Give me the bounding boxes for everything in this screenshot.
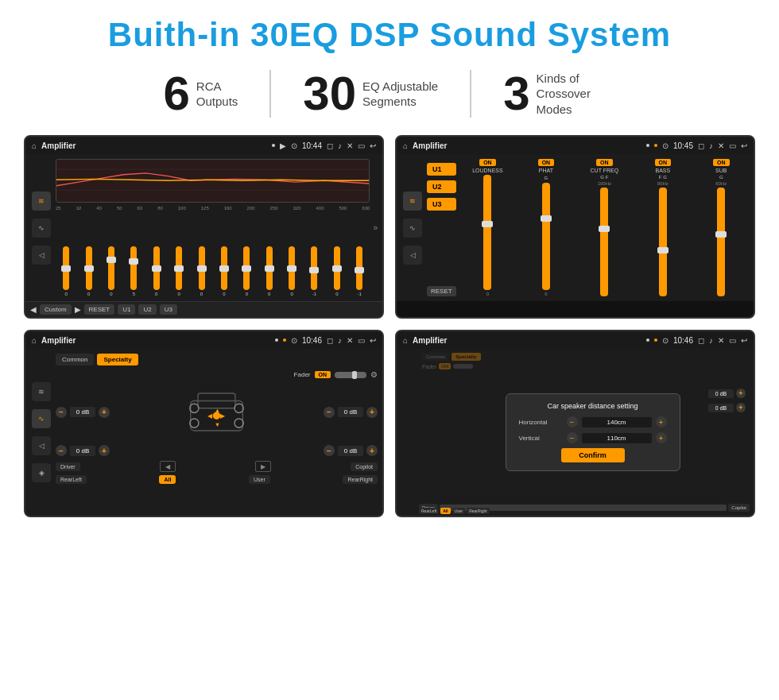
expand-icon[interactable]: » [373, 159, 378, 296]
driver-btn[interactable]: Driver [56, 462, 80, 471]
home-icon[interactable]: ⌂ [32, 141, 37, 150]
tab-common[interactable]: Common [56, 354, 94, 365]
horizontal-plus[interactable]: + [656, 416, 667, 427]
next-icon-btn[interactable]: ▶ [75, 305, 81, 314]
prev-icon-btn[interactable]: ◀ [30, 305, 37, 314]
eq-slider-4: 5 [123, 246, 144, 296]
status-dot2 [646, 144, 649, 147]
fader-main-area: Common Specialty Fader ON ⚙ [56, 354, 378, 511]
plus-right-2[interactable]: + [736, 403, 746, 412]
eq-icon-btn-2[interactable]: ≋ [403, 191, 422, 211]
arrow-right[interactable]: ▶ [255, 461, 271, 472]
rect-icon-3[interactable]: ▭ [358, 336, 365, 345]
back-icon-4[interactable]: ↩ [741, 336, 747, 345]
plus-btn-2[interactable]: + [366, 407, 378, 418]
dialog-all-btn[interactable]: All [440, 508, 450, 514]
dialog-user-btn[interactable]: User [452, 508, 466, 514]
cam-icon-3[interactable]: ◻ [327, 336, 333, 345]
dialog-rearright-btn[interactable]: RearRight [467, 508, 490, 514]
x-icon-4[interactable]: ✕ [718, 336, 724, 345]
plus-btn-1[interactable]: + [99, 407, 110, 418]
all-btn[interactable]: All [159, 475, 176, 484]
home-icon-4[interactable]: ⌂ [403, 336, 408, 345]
vertical-plus[interactable]: + [656, 432, 667, 443]
sub-on[interactable]: ON [713, 159, 730, 166]
back-icon[interactable]: ↩ [370, 141, 376, 150]
fader-on-badge[interactable]: ON [315, 371, 331, 378]
wave-btn[interactable]: ∿ [32, 219, 51, 238]
crossover-body: ≋ ∿ ◁ U1 U2 U3 RESET [397, 154, 754, 301]
cam-icon-2[interactable]: ◻ [698, 141, 704, 150]
u1-btn[interactable]: U1 [427, 163, 456, 176]
back-icon-2[interactable]: ↩ [741, 141, 747, 150]
vertical-minus[interactable]: − [567, 432, 578, 443]
db-display-2: 0 dB [338, 407, 363, 417]
stat-text-eq: EQ Adjustable Segments [362, 79, 438, 110]
eq-icon-btn[interactable]: ≋ [32, 191, 51, 211]
phat-on[interactable]: ON [538, 159, 555, 166]
settings-icon[interactable]: ⚙ [370, 370, 378, 379]
rect-icon-4[interactable]: ▭ [729, 336, 736, 345]
x-icon-2[interactable]: ✕ [718, 141, 724, 150]
svg-text:▶: ▶ [220, 412, 226, 420]
crossover-sidebar: ≋ ∿ ◁ [401, 159, 424, 296]
plus-btn-4[interactable]: + [366, 445, 378, 456]
rearleft-btn[interactable]: RearLeft [56, 475, 87, 484]
vol-btn-3[interactable]: ◁ [32, 436, 51, 455]
sub-slider[interactable] [717, 188, 725, 296]
stat-eq: 30 EQ Adjustable Segments [271, 70, 471, 118]
arrow-left[interactable]: ◀ [160, 461, 176, 472]
vol-btn-2[interactable]: ◁ [403, 246, 422, 265]
cam-icon-4[interactable]: ◻ [698, 336, 704, 345]
user-btn[interactable]: User [249, 475, 270, 484]
u3-btn-eq[interactable]: U3 [160, 304, 177, 315]
rect-icon[interactable]: ▭ [358, 141, 365, 150]
copilot-btn[interactable]: Copilot [351, 462, 378, 471]
wave-btn-3[interactable]: ∿ [32, 409, 51, 428]
reset-btn[interactable]: RESET [84, 304, 115, 315]
vol-icon[interactable]: ♪ [338, 141, 342, 150]
plus-right-1[interactable]: + [736, 389, 746, 398]
cutfreq-slider[interactable] [600, 188, 608, 296]
confirm-button[interactable]: Confirm [561, 448, 625, 462]
vol-icon-4[interactable]: ♪ [709, 336, 713, 345]
vol-btn[interactable]: ◁ [32, 246, 51, 265]
bass-slider[interactable] [659, 188, 667, 296]
minus-btn-2[interactable]: − [324, 407, 335, 418]
fader-mini-slider[interactable] [335, 372, 366, 378]
u2-btn-eq[interactable]: U2 [138, 304, 156, 315]
loudness-slider[interactable] [483, 175, 491, 290]
tab-specialty[interactable]: Specialty [97, 354, 138, 365]
minus-btn-3[interactable]: − [56, 445, 67, 456]
db-right-val-2: 0 dB [708, 404, 734, 412]
minus-btn-1[interactable]: − [56, 407, 67, 418]
u3-btn[interactable]: U3 [427, 198, 456, 211]
u2-btn[interactable]: U2 [427, 180, 456, 193]
vol-icon-3[interactable]: ♪ [338, 336, 342, 345]
eq-icon-btn-3[interactable]: ≋ [32, 382, 51, 401]
vol-icon-2[interactable]: ♪ [709, 141, 713, 150]
back-icon-3[interactable]: ↩ [370, 336, 376, 345]
rearright-btn[interactable]: RearRight [343, 475, 378, 484]
u1-btn-eq[interactable]: U1 [118, 304, 135, 315]
vertical-label: Vertical [519, 435, 563, 442]
x-icon-3[interactable]: ✕ [347, 336, 353, 345]
bass-on[interactable]: ON [655, 159, 672, 166]
home-icon-2[interactable]: ⌂ [403, 141, 408, 150]
dialog-rearleft-btn[interactable]: RearLeft [419, 508, 439, 514]
fader-bottom-row: Driver ◀ ▶ Copilot [56, 461, 378, 472]
plus-btn-3[interactable]: + [99, 445, 110, 456]
phat-slider[interactable] [542, 183, 550, 290]
loudness-on[interactable]: ON [479, 159, 496, 166]
wave-btn-2[interactable]: ∿ [403, 219, 422, 238]
horizontal-minus[interactable]: − [567, 416, 578, 427]
cutfreq-on[interactable]: ON [596, 159, 613, 166]
cam-icon[interactable]: ◻ [327, 141, 333, 150]
minus-btn-4[interactable]: − [324, 445, 335, 456]
play-icon[interactable]: ▶ [280, 141, 286, 150]
spk-btn[interactable]: ◈ [32, 463, 51, 482]
home-icon-3[interactable]: ⌂ [32, 336, 37, 345]
reset-crossover[interactable]: RESET [427, 286, 456, 296]
rect-icon-2[interactable]: ▭ [729, 141, 736, 150]
x-icon[interactable]: ✕ [347, 141, 353, 150]
